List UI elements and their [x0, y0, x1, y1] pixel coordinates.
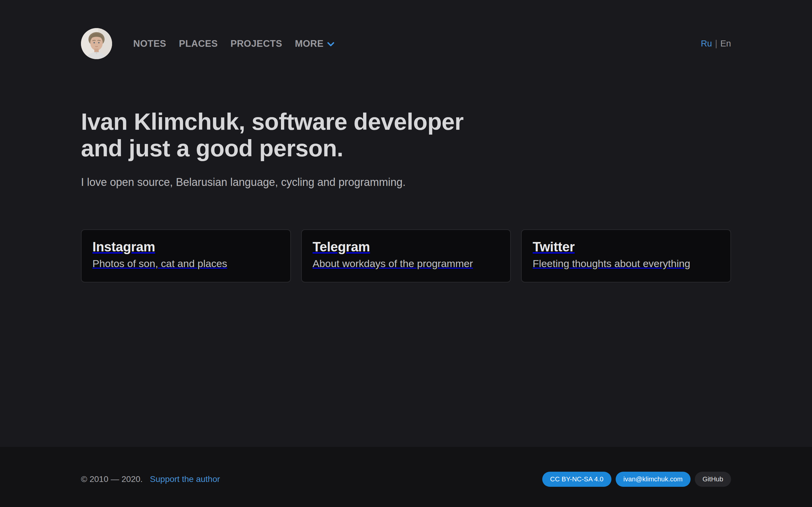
card-instagram[interactable]: Instagram Photos of son, cat and places — [81, 229, 291, 282]
support-author-link[interactable]: Support the author — [150, 474, 220, 484]
card-telegram-title: Telegram — [313, 239, 500, 255]
main-content: Ivan Klimchuk, software developer and ju… — [81, 59, 731, 282]
card-twitter-description: Fleeting thoughts about everything — [532, 258, 720, 270]
page-title-line-2: and just a good person. — [81, 135, 731, 162]
card-instagram-description: Photos of son, cat and places — [92, 258, 280, 270]
nav-item-projects[interactable]: PROJECTS — [231, 39, 282, 48]
hero-subtitle: I love open source, Belarusian language,… — [81, 175, 731, 189]
chevron-down-icon — [327, 42, 335, 47]
avatar[interactable] — [81, 28, 112, 59]
avatar-photo — [81, 28, 112, 59]
nav-item-places[interactable]: PLACES — [179, 39, 218, 48]
card-twitter-title: Twitter — [532, 239, 720, 255]
card-instagram-title: Instagram — [92, 239, 280, 255]
page-title: Ivan Klimchuk, software developer and ju… — [81, 108, 731, 162]
github-badge[interactable]: GitHub — [695, 472, 731, 487]
card-telegram[interactable]: Telegram About workdays of the programme… — [301, 229, 511, 282]
nav-item-more-label: MORE — [295, 39, 323, 48]
license-badge[interactable]: CC BY-NC-SA 4.0 — [542, 472, 611, 487]
language-en-current: En — [720, 39, 731, 48]
language-ru-link[interactable]: Ru — [701, 39, 712, 48]
card-twitter[interactable]: Twitter Fleeting thoughts about everythi… — [521, 229, 731, 282]
email-badge[interactable]: ivan@klimchuk.com — [616, 472, 691, 487]
footer-badges: CC BY-NC-SA 4.0 ivan@klimchuk.com GitHub — [542, 472, 731, 487]
nav-item-more[interactable]: MORE — [295, 39, 335, 48]
main-nav: NOTES PLACES PROJECTS MORE — [133, 39, 335, 48]
hero-section: Ivan Klimchuk, software developer and ju… — [81, 108, 731, 189]
language-separator: | — [715, 39, 717, 48]
page-title-line-1: Ivan Klimchuk, software developer — [81, 108, 731, 135]
language-switcher: Ru|En — [701, 39, 731, 48]
nav-item-notes[interactable]: NOTES — [133, 39, 166, 48]
site-header: NOTES PLACES PROJECTS MORE Ru|En — [81, 0, 731, 59]
copyright-text: © 2010 — 2020. — [81, 474, 143, 484]
site-footer: © 2010 — 2020. Support the author CC BY-… — [0, 447, 812, 507]
card-telegram-description: About workdays of the programmer — [313, 258, 500, 270]
social-cards: Instagram Photos of son, cat and places … — [81, 229, 731, 282]
